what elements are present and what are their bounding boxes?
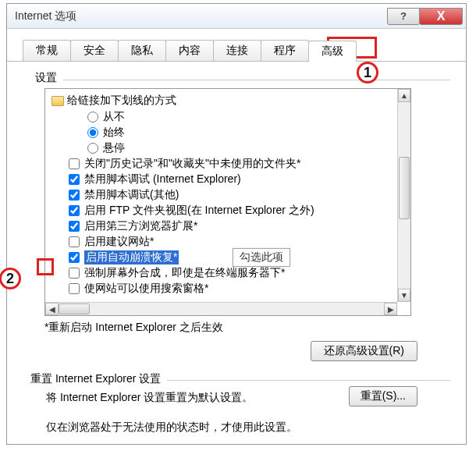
window-title: Internet 选项 <box>15 9 388 23</box>
check-third-party-ext-label: 启用第三方浏览器扩展* <box>84 219 197 233</box>
radio-always[interactable] <box>87 127 98 138</box>
restore-advanced-button[interactable]: 还原高级设置(R) <box>311 341 417 361</box>
check-auto-crash-recovery[interactable] <box>69 252 80 263</box>
radio-hover[interactable] <box>87 143 98 154</box>
tooltip-check-this: 勾选此项 <box>233 248 290 267</box>
hscroll-thumb[interactable] <box>59 303 90 314</box>
radio-hover-row[interactable]: 悬停 <box>50 140 409 156</box>
reset-button[interactable]: 重置(S)... <box>349 386 417 406</box>
check-ftp-folder-view[interactable] <box>69 205 80 216</box>
check-close-folders-label: 关闭"历史记录"和"收藏夹"中未使用的文件夹* <box>84 157 300 171</box>
vscroll-track[interactable] <box>398 102 410 289</box>
check-disable-script-ie[interactable] <box>69 174 80 185</box>
tab-security[interactable]: 安全 <box>70 40 119 61</box>
check-third-party-ext-row[interactable]: 启用第三方浏览器扩展* <box>50 218 409 234</box>
vscroll-thumb[interactable] <box>399 157 410 219</box>
settings-group: 设置 给链接加下划线的方式 从不 始终 <box>30 71 450 361</box>
hscroll-track[interactable] <box>59 303 384 315</box>
radio-always-label: 始终 <box>103 126 125 140</box>
scroll-left-icon[interactable]: ◀ <box>45 303 59 315</box>
tab-strip: 常规 安全 隐私 内容 连接 程序 高级 1 <box>7 29 466 62</box>
check-search-pane-label: 使网站可以使用搜索窗格* <box>84 282 208 296</box>
reset-description: 将 Internet Explorer 设置重置为默认设置。 <box>46 391 349 405</box>
check-auto-crash-recovery-row[interactable]: 启用自动崩溃恢复* <box>50 250 409 265</box>
check-force-offscreen-label: 强制屏幕外合成，即使是在终端服务器下* <box>84 266 285 280</box>
radio-never[interactable] <box>87 112 98 122</box>
check-search-pane[interactable] <box>69 283 80 294</box>
tree-root-underline: 给链接加下划线的方式 <box>50 92 409 109</box>
reset-warning-note: 仅在浏览器处于无法使用的状态时，才使用此设置。 <box>46 421 450 435</box>
titlebar: Internet 选项 ? X <box>7 4 466 29</box>
tab-programs[interactable]: 程序 <box>261 40 309 61</box>
tab-connections[interactable]: 连接 <box>213 40 261 61</box>
radio-never-row[interactable]: 从不 <box>50 109 409 125</box>
check-disable-script-ie-row[interactable]: 禁用脚本调试 (Internet Explorer) <box>50 172 409 187</box>
radio-never-label: 从不 <box>103 110 125 124</box>
settings-listbox: 给链接加下划线的方式 从不 始终 悬停 <box>44 88 411 316</box>
check-suggested-sites-row[interactable]: 启用建议网站* <box>50 234 409 250</box>
tab-advanced[interactable]: 高级 <box>308 41 357 62</box>
annotation-2: 2 <box>0 268 21 289</box>
scroll-up-icon[interactable]: ▲ <box>398 89 410 102</box>
check-third-party-ext[interactable] <box>69 221 80 232</box>
check-force-offscreen-row[interactable]: 强制屏幕外合成，即使是在终端服务器下* <box>50 265 409 281</box>
check-suggested-sites-label: 启用建议网站* <box>84 235 154 249</box>
check-search-pane-row[interactable]: 使网站可以使用搜索窗格* <box>50 281 409 296</box>
check-ftp-folder-view-label: 启用 FTP 文件夹视图(在 Internet Explorer 之外) <box>84 204 314 218</box>
close-button[interactable]: X <box>419 8 463 25</box>
folder-icon <box>52 96 64 106</box>
tree-root-label: 给链接加下划线的方式 <box>67 94 176 108</box>
window-buttons: ? X <box>388 8 463 25</box>
tab-content-area: 设置 给链接加下划线的方式 从不 始终 <box>7 62 466 444</box>
check-suggested-sites[interactable] <box>69 236 80 247</box>
radio-hover-label: 悬停 <box>103 141 125 155</box>
tab-content[interactable]: 内容 <box>165 40 214 61</box>
check-auto-crash-recovery-label: 启用自动崩溃恢复* <box>84 250 179 264</box>
check-close-folders-row[interactable]: 关闭"历史记录"和"收藏夹"中未使用的文件夹* <box>50 156 409 172</box>
tab-general[interactable]: 常规 <box>23 40 71 61</box>
reset-group-label: 重置 Internet Explorer 设置 <box>30 372 161 386</box>
radio-always-row[interactable]: 始终 <box>50 125 409 140</box>
horizontal-scrollbar[interactable]: ◀ ▶ <box>45 302 397 315</box>
scroll-down-icon[interactable]: ▼ <box>398 289 410 302</box>
check-disable-script-other-row[interactable]: 禁用脚本调试(其他) <box>50 187 409 203</box>
reset-group: 重置 Internet Explorer 设置 将 Internet Explo… <box>30 372 450 435</box>
settings-group-label: 设置 <box>30 71 57 85</box>
scroll-right-icon[interactable]: ▶ <box>384 303 397 315</box>
check-close-folders[interactable] <box>69 158 80 169</box>
vertical-scrollbar[interactable]: ▲ ▼ <box>397 89 410 302</box>
check-disable-script-ie-label: 禁用脚本调试 (Internet Explorer) <box>84 172 241 186</box>
annotation-1: 1 <box>357 62 378 83</box>
check-ftp-folder-view-row[interactable]: 启用 FTP 文件夹视图(在 Internet Explorer 之外) <box>50 203 409 218</box>
check-disable-script-other-label: 禁用脚本调试(其他) <box>84 188 179 202</box>
settings-list-inner: 给链接加下划线的方式 从不 始终 悬停 <box>45 89 410 300</box>
check-force-offscreen[interactable] <box>69 268 80 279</box>
help-button[interactable]: ? <box>387 8 420 25</box>
check-disable-script-other[interactable] <box>69 190 80 201</box>
settings-restart-note: *重新启动 Internet Explorer 之后生效 <box>44 321 450 335</box>
dialog-window: Internet 选项 ? X 常规 安全 隐私 内容 连接 程序 高级 1 设… <box>6 3 467 445</box>
tab-privacy[interactable]: 隐私 <box>118 40 166 61</box>
